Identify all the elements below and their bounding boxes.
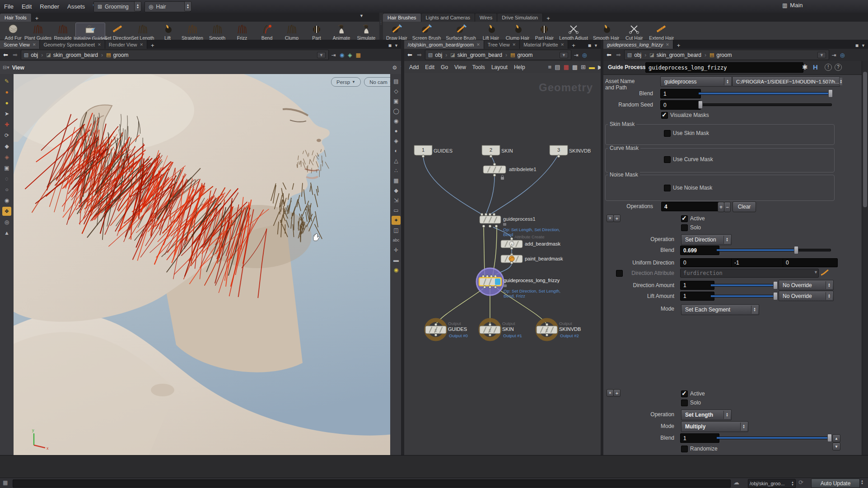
op1-lift-amount-field[interactable]: 1 bbox=[680, 292, 714, 301]
clump-brush-icon[interactable]: ◎ bbox=[2, 218, 11, 227]
info-icon[interactable]: ! bbox=[825, 64, 832, 71]
close-icon[interactable]: ✕ bbox=[561, 42, 565, 47]
comb-brush-icon[interactable]: ❖ bbox=[2, 207, 11, 216]
shelf-tool-clump-hair[interactable]: Clump Hair bbox=[504, 23, 532, 41]
gear-icon[interactable]: ✱ bbox=[802, 63, 808, 71]
shelf-tool-initialize-guides[interactable]: Initialize Guides bbox=[75, 23, 105, 42]
close-icon[interactable]: ✕ bbox=[513, 42, 516, 47]
new-pane-tab-button[interactable]: + bbox=[147, 42, 158, 49]
operations-clear-button[interactable]: Clear bbox=[733, 201, 756, 212]
back-arrow-icon[interactable]: ⬅ bbox=[2, 51, 9, 58]
shelf-tool-length-adjust[interactable]: Length Adjust bbox=[557, 23, 590, 41]
breadcrumb-item[interactable]: obj bbox=[435, 52, 442, 58]
op1-uniform-z-field[interactable]: 0 bbox=[783, 258, 838, 267]
pane-tab-2[interactable]: Render View✕ bbox=[105, 40, 147, 49]
op1-insert-button[interactable]: + bbox=[613, 214, 621, 222]
shelf-tool-frizz[interactable]: Frizz bbox=[230, 23, 254, 41]
pane-tab-0[interactable]: /obj/skin_groom_beard/groom✕ bbox=[404, 40, 484, 49]
pen-icon[interactable]: ✎ bbox=[2, 77, 11, 86]
op1-direction-override-dropdown[interactable]: No Override▲▼ bbox=[779, 280, 834, 290]
snap-icon[interactable]: ◆ bbox=[392, 186, 401, 195]
select-arrow-icon[interactable]: ➤ bbox=[2, 109, 11, 118]
scale-icon[interactable]: ◆ bbox=[2, 142, 11, 151]
shelf-tool-draw-hair[interactable]: Draw Hair bbox=[384, 23, 410, 41]
pane-preset-spinner[interactable]: ▲▼ bbox=[184, 1, 191, 11]
color-palette-icon[interactable]: ▦ bbox=[564, 64, 569, 70]
handles-icon[interactable]: ✛ bbox=[392, 246, 401, 255]
grid-icon[interactable]: ▦ bbox=[355, 52, 362, 58]
network-menu-layout[interactable]: Layout bbox=[488, 61, 511, 74]
close-icon[interactable]: ✕ bbox=[140, 42, 144, 47]
lock-camera-icon[interactable]: ▣ bbox=[392, 97, 401, 106]
network-menu-add[interactable]: Add bbox=[406, 61, 422, 74]
wireframe-icon[interactable]: ◈ bbox=[392, 136, 401, 145]
back-arrow-icon[interactable]: ⬅ bbox=[605, 51, 613, 58]
shelf-overflow-arrow[interactable]: ▼ bbox=[359, 14, 364, 18]
path-dropdown-icon[interactable]: ▼ bbox=[317, 52, 326, 58]
menu-render[interactable]: Render bbox=[36, 0, 63, 13]
grid-icon[interactable]: ▦ bbox=[392, 176, 401, 185]
op1-uniform-x-field[interactable]: 0 bbox=[680, 258, 736, 267]
chevron-down-icon[interactable]: ▼ bbox=[814, 270, 818, 274]
pane-menu-icon[interactable]: ▼ bbox=[394, 43, 398, 48]
network-menu-help[interactable]: Help bbox=[511, 61, 528, 74]
path-dropdown-icon[interactable]: ▼ bbox=[817, 52, 826, 58]
scroll-down-button[interactable]: ▼ bbox=[832, 442, 840, 451]
op1-direction-amount-field[interactable]: 1 bbox=[680, 281, 714, 290]
shelf-tool-straighten[interactable]: Straighten bbox=[180, 23, 205, 41]
help-icon[interactable]: ? bbox=[835, 64, 842, 71]
shelf-tab-hair-tools[interactable]: Hair Tools bbox=[0, 14, 32, 22]
operations-add-button[interactable]: + bbox=[718, 202, 724, 212]
target-node-icon[interactable]: ◎ bbox=[581, 52, 588, 58]
new-tab-button[interactable]: + bbox=[673, 42, 684, 49]
close-icon[interactable]: ✕ bbox=[33, 42, 36, 47]
pin-icon[interactable]: ⇥ bbox=[331, 52, 337, 58]
back-arrow-icon[interactable]: ⬅ bbox=[406, 51, 414, 58]
desktop-selector-spinner[interactable]: ▲▼ bbox=[134, 1, 141, 11]
shelf-tool-part[interactable]: Part bbox=[304, 23, 329, 41]
shelf-tool-cut-hair[interactable]: Cut Hair bbox=[622, 23, 646, 41]
points-icon[interactable]: ∴ bbox=[392, 166, 401, 175]
forward-arrow-icon[interactable]: ➡ bbox=[415, 51, 423, 58]
render-region-icon[interactable]: ◉ bbox=[392, 116, 401, 125]
op1-blend-slider[interactable] bbox=[716, 246, 831, 253]
op2-insert-button[interactable]: + bbox=[613, 389, 621, 397]
globe-icon[interactable]: ◉ bbox=[339, 52, 345, 58]
desktop-selector[interactable]: ⊞ Grooming bbox=[93, 1, 140, 12]
path-dropdown-icon[interactable]: ▼ bbox=[560, 52, 568, 58]
new-pane-tab-button[interactable]: + bbox=[568, 42, 579, 49]
breadcrumb-item[interactable]: groom bbox=[716, 52, 732, 58]
pose-icon[interactable]: ◈ bbox=[2, 153, 11, 162]
shelf-tab-wires[interactable]: Wires bbox=[475, 14, 497, 22]
projection-selector[interactable]: Persp▼ bbox=[331, 77, 361, 87]
op2-active-checkbox[interactable] bbox=[681, 390, 688, 397]
op2-operation-dropdown[interactable]: Set Length▲▼ bbox=[681, 409, 732, 420]
lighting-icon[interactable]: ◐ bbox=[392, 146, 401, 155]
op2-blend-field[interactable]: 1 bbox=[680, 433, 719, 443]
network-menu-go[interactable]: Go bbox=[438, 61, 451, 74]
pane-tab-2[interactable]: Material Palette✕ bbox=[520, 40, 568, 49]
rotate-icon[interactable]: ⟳ bbox=[2, 131, 11, 140]
paint-mask-icon[interactable]: ✦ bbox=[392, 216, 401, 225]
sticky-note-icon[interactable]: ▬ bbox=[589, 64, 595, 70]
pane-divider[interactable] bbox=[401, 40, 404, 455]
magnet-icon[interactable]: ◉ bbox=[2, 196, 11, 205]
lasso-icon[interactable]: ○ bbox=[2, 185, 11, 194]
shelf-tool-lift-hair[interactable]: Lift Hair bbox=[479, 23, 503, 41]
op1-direction-attr-checkbox[interactable] bbox=[616, 270, 623, 277]
tree-list-icon[interactable]: ≡ bbox=[548, 64, 552, 70]
houdini-help-icon[interactable]: H bbox=[813, 63, 818, 71]
asset-name-dropdown[interactable]: guideprocess▲▼ bbox=[660, 76, 732, 87]
shelf-tool-lift[interactable]: Lift bbox=[155, 23, 180, 41]
desktop-main[interactable]: ▥ Main bbox=[782, 2, 803, 9]
shelf-tool-set-length[interactable]: Set Length bbox=[131, 23, 155, 41]
params-breadcrumb[interactable]: ▧obj›◪skin_groom_beard›▤groom▼ bbox=[624, 50, 829, 60]
close-icon[interactable]: ✕ bbox=[98, 42, 101, 47]
shelf-tool-smooth-hair[interactable]: Smooth Hair bbox=[591, 23, 621, 41]
op1-solo-checkbox[interactable] bbox=[681, 224, 688, 231]
layout-icon[interactable]: ▤ bbox=[392, 77, 401, 86]
target-node-icon[interactable]: ◎ bbox=[839, 52, 845, 58]
breadcrumb-item[interactable]: obj bbox=[31, 52, 38, 58]
breadcrumb-item[interactable]: skin_groom_beard bbox=[53, 52, 98, 58]
operations-remove-button[interactable]: − bbox=[724, 202, 731, 212]
